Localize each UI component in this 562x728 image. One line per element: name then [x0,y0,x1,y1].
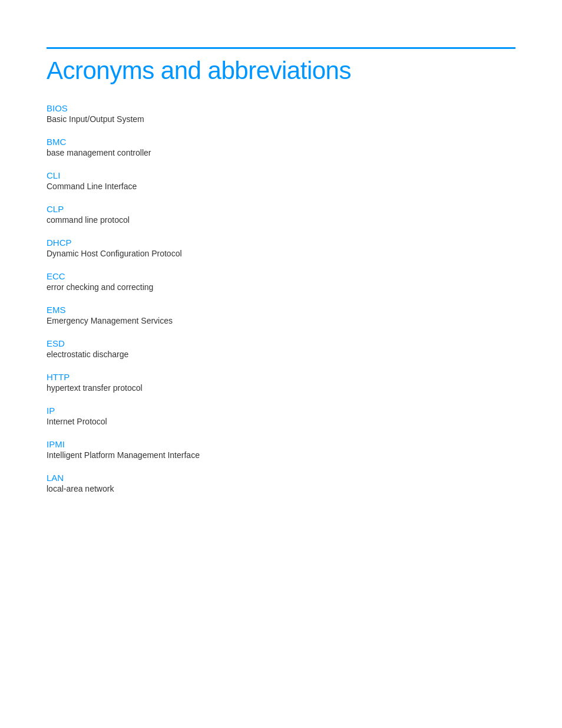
acronym-term: BMC [47,137,515,147]
acronym-definition: Basic Input/Output System [47,114,515,124]
acronym-definition: Internet Protocol [47,417,515,426]
list-item: HTTPhypertext transfer protocol [47,372,515,393]
acronyms-list: BIOSBasic Input/Output SystemBMCbase man… [47,103,515,493]
acronym-term: LAN [47,473,515,483]
acronym-term: CLI [47,170,515,180]
acronym-definition: command line protocol [47,215,515,225]
list-item: IPMIIntelligent Platform Management Inte… [47,439,515,460]
page-title: Acronyms and abbreviations [47,56,515,85]
acronym-term: EMS [47,305,515,315]
acronym-term: CLP [47,204,515,214]
list-item: ECCerror checking and correcting [47,271,515,292]
top-rule [47,47,515,49]
list-item: BIOSBasic Input/Output System [47,103,515,124]
list-item: CLPcommand line protocol [47,204,515,225]
acronym-definition: electrostatic discharge [47,350,515,359]
list-item: EMSEmergency Management Services [47,305,515,325]
acronym-definition: Command Line Interface [47,182,515,191]
list-item: LANlocal-area network [47,473,515,493]
page: Acronyms and abbreviations BIOSBasic Inp… [0,47,562,728]
acronym-term: ECC [47,271,515,281]
list-item: BMCbase management controller [47,137,515,157]
acronym-definition: hypertext transfer protocol [47,383,515,393]
acronym-definition: Intelligent Platform Management Interfac… [47,450,515,460]
acronym-definition: error checking and correcting [47,282,515,292]
list-item: IPInternet Protocol [47,406,515,426]
acronym-definition: Emergency Management Services [47,316,515,325]
acronym-term: DHCP [47,238,515,248]
list-item: CLICommand Line Interface [47,170,515,191]
acronym-term: IP [47,406,515,416]
list-item: ESDelectrostatic discharge [47,338,515,359]
acronym-term: IPMI [47,439,515,449]
acronym-definition: local-area network [47,484,515,493]
list-item: DHCPDynamic Host Configuration Protocol [47,238,515,258]
acronym-definition: Dynamic Host Configuration Protocol [47,249,515,258]
acronym-definition: base management controller [47,148,515,157]
acronym-term: ESD [47,338,515,348]
acronym-term: BIOS [47,103,515,113]
acronym-term: HTTP [47,372,515,382]
